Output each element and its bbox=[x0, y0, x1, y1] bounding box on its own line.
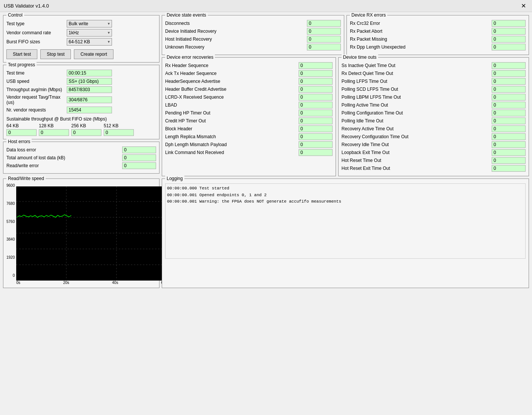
burst-fifo-select[interactable]: 64-512 KB bbox=[67, 38, 112, 46]
device-timeout-value-5: 0 bbox=[492, 102, 526, 108]
device-error-label-2: HeaderSequence Advertise bbox=[165, 79, 299, 84]
device-error-label-5: LBAD bbox=[165, 102, 299, 108]
host-error-value-1: 0 bbox=[122, 154, 156, 161]
device-timeout-value-13: 0 bbox=[492, 165, 526, 172]
size-label-3: 512 KB bbox=[104, 123, 134, 128]
app-title: USB Validator v1.4.0 bbox=[4, 3, 49, 9]
nr-vendor-value: 15454 bbox=[67, 107, 112, 113]
device-timeout-row-6: Polling Configuration Time Out 0 bbox=[342, 110, 526, 116]
device-error-value-7: 0 bbox=[299, 117, 333, 124]
device-timeout-label-7: Polling Idle Time Out bbox=[342, 118, 492, 124]
throughput-label: Throughput avg/min (Mbps) bbox=[6, 87, 67, 92]
device-timeout-row-4: Polling LBPM LFPS Time Out 0 bbox=[342, 94, 526, 101]
chart-y-label-2: 5760 bbox=[6, 220, 15, 224]
test-type-row: Test type Bulk write bbox=[6, 20, 156, 27]
host-error-value-0: 0 bbox=[122, 146, 156, 153]
host-error-row-1: Total amount of lost data (kB) 0 bbox=[6, 154, 156, 161]
device-state-label-1: Device Initiated Recovery bbox=[165, 29, 307, 34]
vendor-req-value: 304/6876 bbox=[67, 96, 112, 103]
device-timeout-value-8: 0 bbox=[492, 125, 526, 132]
throughput-size-col-3: 512 KB 0 bbox=[104, 123, 134, 136]
test-type-select[interactable]: Bulk write bbox=[67, 20, 112, 27]
device-rx-title: Device RX errors bbox=[350, 12, 387, 18]
host-error-value-2: 0 bbox=[122, 162, 156, 169]
test-time-label: Test time bbox=[6, 70, 67, 76]
size-value-3: 0 bbox=[104, 129, 134, 136]
device-state-title: Device state events bbox=[165, 12, 208, 18]
device-state-value-1: 0 bbox=[307, 28, 341, 35]
chart-y-label-1: 7680 bbox=[6, 201, 15, 206]
device-timeout-row-1: Rx Detect Quiet Time Out 0 bbox=[342, 70, 526, 77]
chart-y-label-5: 0 bbox=[6, 273, 15, 278]
chart-x-label-2: 40s bbox=[112, 281, 118, 285]
vendor-rate-label: Vendor command rate bbox=[6, 30, 67, 35]
host-error-label-0: Data loss error bbox=[6, 147, 122, 153]
device-state-value-0: 0 bbox=[307, 20, 341, 27]
device-error-row-3: Header Buffer Credit Advertise 0 bbox=[165, 86, 333, 93]
host-errors-title: Host errors bbox=[6, 139, 32, 144]
device-timeout-row-2: Polling LFPS Time Out 0 bbox=[342, 78, 526, 85]
burst-fifo-select-wrapper[interactable]: 64-512 KB bbox=[67, 38, 112, 46]
device-error-row-9: Length Replica Mismatch 0 bbox=[165, 133, 333, 140]
device-timeout-row-13: Hot Reset Exit Time Out 0 bbox=[342, 165, 526, 172]
size-value-2: 0 bbox=[71, 129, 101, 136]
create-report-button[interactable]: Create report bbox=[74, 49, 113, 59]
device-error-row-11: Link Command Not Received 0 bbox=[165, 149, 333, 156]
device-error-row-6: Pending HP Timer Out 0 bbox=[165, 110, 333, 116]
device-timeout-row-10: Recovery Idle Time Out 0 bbox=[342, 141, 526, 148]
vendor-rate-select-wrapper[interactable]: 1kHz bbox=[67, 29, 112, 37]
device-rx-value-3: 0 bbox=[492, 44, 526, 50]
device-timeout-label-10: Recovery Idle Time Out bbox=[342, 142, 492, 147]
device-error-value-0: 0 bbox=[299, 62, 333, 69]
device-state-label-0: Disconnects bbox=[165, 21, 307, 26]
control-title: Control bbox=[6, 12, 24, 18]
device-error-label-0: Rx Header Sequence bbox=[165, 63, 299, 68]
device-timeout-row-9: Recovery Configuration Time Out 0 bbox=[342, 133, 526, 140]
device-timeout-value-2: 0 bbox=[492, 78, 526, 85]
start-test-button[interactable]: Start test bbox=[6, 49, 37, 59]
throughput-size-col-1: 128 KB 0 bbox=[39, 123, 69, 136]
close-button[interactable]: ✕ bbox=[519, 2, 528, 10]
logging-panel: Logging 00:00:00.000 Test started00:00:0… bbox=[162, 179, 529, 288]
device-timeout-row-3: Polling SCD LFPS Time Out 0 bbox=[342, 86, 526, 93]
device-timeout-label-1: Rx Detect Quiet Time Out bbox=[342, 71, 492, 76]
burst-fifo-label: Burst FIFO sizes bbox=[6, 39, 67, 44]
device-error-label-1: Ack Tx Header Sequence bbox=[165, 71, 299, 76]
device-rx-label-1: Rx Packet Abort bbox=[350, 29, 492, 34]
sustainable-label: Sustainable throughput @ Burst FIFO size… bbox=[6, 116, 107, 122]
test-type-select-wrapper[interactable]: Bulk write bbox=[67, 20, 112, 27]
device-state-row-3: Unknown Recovery 0 bbox=[165, 44, 341, 50]
device-timeout-value-12: 0 bbox=[492, 157, 526, 164]
logging-title: Logging bbox=[165, 176, 184, 181]
device-timeout-row-5: Polling Active Time Out 0 bbox=[342, 102, 526, 108]
device-error-value-8: 0 bbox=[299, 125, 333, 132]
device-timeout-value-10: 0 bbox=[492, 141, 526, 148]
device-error-value-6: 0 bbox=[299, 110, 333, 116]
device-timeouts-title: Device time outs bbox=[342, 55, 378, 60]
throughput-size-col-2: 256 KB 0 bbox=[71, 123, 101, 136]
device-error-row-4: LCRD-X Received Sequence 0 bbox=[165, 94, 333, 101]
chart-area bbox=[16, 186, 167, 281]
test-progress-title: Test progress bbox=[6, 62, 37, 67]
device-timeout-label-13: Hot Reset Exit Time Out bbox=[342, 166, 492, 171]
vendor-rate-row: Vendor command rate 1kHz bbox=[6, 29, 156, 37]
device-state-label-3: Unknown Recovery bbox=[165, 44, 307, 50]
nr-vendor-label: Nr. vendor requests bbox=[6, 107, 67, 113]
test-progress-panel: Test progress Test time 00:00:15 USB spe… bbox=[3, 65, 159, 139]
throughput-row: Throughput avg/min (Mbps) 8457/8303 bbox=[6, 86, 156, 93]
chart-x-label-1: 20s bbox=[63, 281, 69, 285]
device-timeout-label-6: Polling Configuration Time Out bbox=[342, 110, 492, 116]
stop-test-button[interactable]: Stop test bbox=[40, 49, 71, 59]
device-timeout-label-5: Polling Active Time Out bbox=[342, 102, 492, 108]
device-timeout-row-0: Ss Inactive Quiet Time Out 0 bbox=[342, 62, 526, 69]
device-timeout-row-8: Recovery Active Time Out 0 bbox=[342, 125, 526, 132]
chart-y-label-0: 9600 bbox=[6, 183, 15, 188]
chart-x-label-0: 0s bbox=[16, 281, 20, 285]
device-state-row-2: Host Initiated Recovery 0 bbox=[165, 36, 341, 43]
device-error-label-10: Dph Length Mismatch Payload bbox=[165, 142, 299, 147]
device-error-label-4: LCRD-X Received Sequence bbox=[165, 95, 299, 100]
device-error-value-3: 0 bbox=[299, 86, 333, 93]
usb-speed-label: USB speed bbox=[6, 79, 67, 84]
vendor-req-row: Vendor request Tavg/Tmax (us) 304/6876 bbox=[6, 95, 156, 105]
vendor-rate-select[interactable]: 1kHz bbox=[67, 29, 112, 37]
